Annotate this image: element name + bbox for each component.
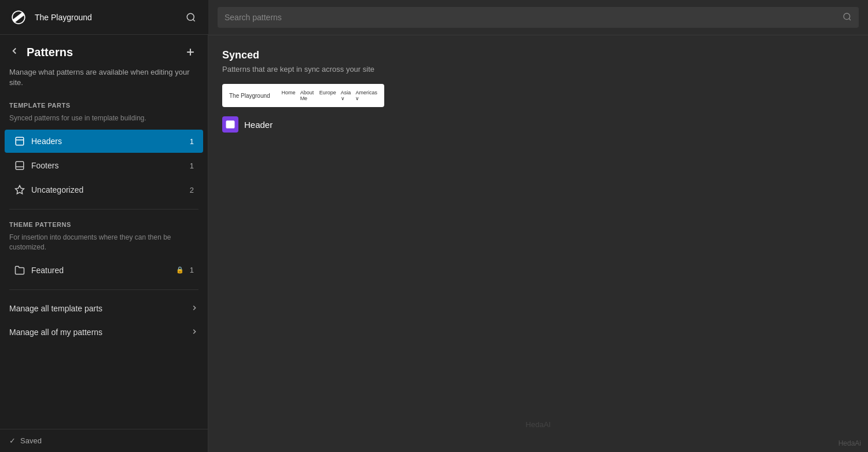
svg-marker-8 xyxy=(16,186,24,194)
footers-icon xyxy=(14,160,25,171)
top-bar: The Playground xyxy=(0,0,208,35)
svg-line-1 xyxy=(193,19,194,21)
sidebar-footer: ✓ Saved xyxy=(0,429,208,452)
pattern-card-header[interactable]: The Playground Home About Me Europe Asia… xyxy=(222,84,384,107)
headers-label: Headers xyxy=(31,137,184,146)
divider-2 xyxy=(9,289,198,290)
pattern-card-site-name: The Playground xyxy=(229,93,270,99)
nav-item-home: Home xyxy=(282,90,296,101)
featured-lock-icon: 🔒 xyxy=(176,266,184,274)
sidebar-header: Patterns xyxy=(0,35,208,65)
nav-item-about: About Me xyxy=(300,90,315,101)
manage-template-parts-text: Manage all template parts xyxy=(9,304,186,313)
manage-my-patterns-text: Manage all of my patterns xyxy=(9,328,186,337)
search-bar xyxy=(218,7,859,28)
nav-item-europe: Europe xyxy=(319,90,336,101)
synced-subtitle: Patterns that are kept in sync across yo… xyxy=(222,65,854,74)
header-pattern-label: Header xyxy=(244,120,273,130)
saved-check-icon: ✓ xyxy=(9,436,16,445)
main-watermark: HedaAI xyxy=(208,397,868,452)
header-pattern-row: Header xyxy=(222,116,854,133)
svg-rect-6 xyxy=(16,161,24,170)
nav-item-asia: Asia ∨ xyxy=(341,90,351,101)
manage-template-parts-arrow xyxy=(190,304,198,314)
wp-logo[interactable] xyxy=(9,8,28,27)
sidebar-item-uncategorized[interactable]: Uncategorized 2 xyxy=(5,178,203,201)
back-icon[interactable] xyxy=(9,46,20,59)
header-pattern-icon xyxy=(222,116,238,133)
footers-count: 1 xyxy=(190,161,194,170)
svg-line-10 xyxy=(849,19,851,20)
sidebar-header-left: Patterns xyxy=(9,46,73,59)
svg-point-0 xyxy=(187,13,194,20)
theme-patterns-label: THEME PATTERNS xyxy=(0,216,208,231)
manage-template-parts-link[interactable]: Manage all template parts xyxy=(0,297,208,321)
uncategorized-count: 2 xyxy=(190,186,194,194)
headers-icon xyxy=(14,135,25,147)
sidebar: Patterns Manage what patterns are availa… xyxy=(0,0,208,452)
footers-label: Footers xyxy=(31,161,184,170)
sidebar-item-headers[interactable]: Headers 1 xyxy=(5,130,203,153)
uncategorized-label: Uncategorized xyxy=(31,185,184,194)
nav-item-americas: Americas ∨ xyxy=(355,90,377,101)
main-content: Synced Patterns that are kept in sync ac… xyxy=(208,0,868,452)
manage-my-patterns-arrow xyxy=(190,328,198,337)
template-parts-label: TEMPLATE PARTS xyxy=(0,97,208,112)
add-icon[interactable] xyxy=(182,44,198,60)
template-parts-desc: Synced patterns for use in template buil… xyxy=(0,112,208,129)
topbar-search-icon[interactable] xyxy=(183,9,199,25)
sidebar-item-featured[interactable]: Featured 🔒 1 xyxy=(5,259,203,282)
synced-title: Synced xyxy=(222,49,854,61)
theme-patterns-desc: For insertion into documents where they … xyxy=(0,231,208,258)
svg-rect-4 xyxy=(16,137,24,145)
headers-count: 1 xyxy=(190,137,194,146)
pattern-card-inner: The Playground Home About Me Europe Asia… xyxy=(222,84,384,107)
pattern-card-nav: Home About Me Europe Asia ∨ Americas ∨ xyxy=(282,90,377,101)
sidebar-description: Manage what patterns are available when … xyxy=(0,65,208,97)
content-area: Synced Patterns that are kept in sync ac… xyxy=(208,35,868,397)
manage-my-patterns-link[interactable]: Manage all of my patterns xyxy=(0,321,208,344)
svg-rect-11 xyxy=(226,121,234,128)
search-input[interactable] xyxy=(225,7,837,28)
search-bar-icon xyxy=(843,12,852,23)
bottom-watermark: HedaAi xyxy=(838,439,861,447)
saved-text: Saved xyxy=(20,436,42,445)
search-bar-container xyxy=(208,0,868,35)
sidebar-item-footers[interactable]: Footers 1 xyxy=(5,154,203,177)
featured-count: 1 xyxy=(190,266,194,274)
site-name: The Playground xyxy=(35,13,176,22)
svg-point-9 xyxy=(844,13,850,20)
sidebar-title: Patterns xyxy=(27,46,73,59)
uncategorized-icon xyxy=(14,184,25,196)
divider-1 xyxy=(9,209,198,210)
featured-icon xyxy=(14,264,25,276)
featured-label: Featured xyxy=(31,266,168,275)
